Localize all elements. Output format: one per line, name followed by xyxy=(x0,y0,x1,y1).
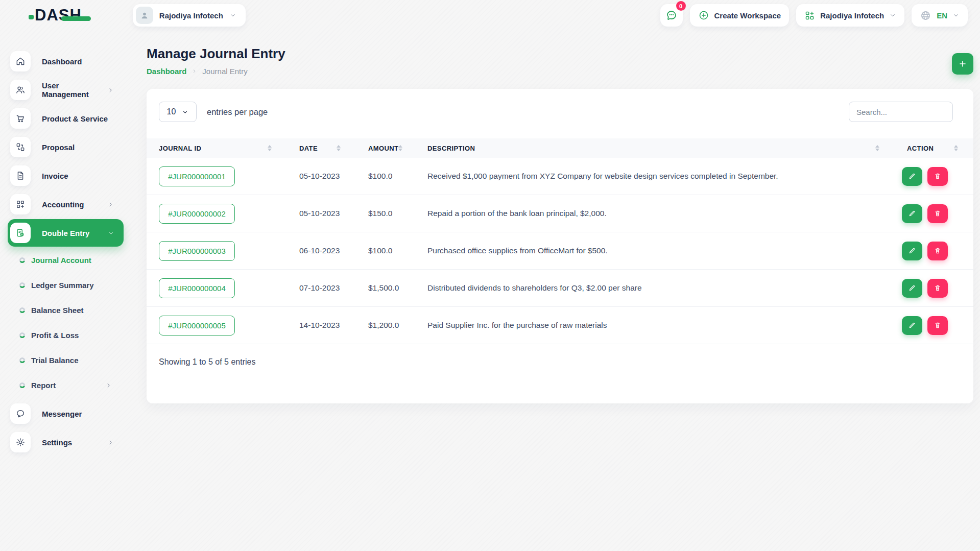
sidebar-subitem-report[interactable]: Report xyxy=(0,373,135,398)
edit-button[interactable] xyxy=(902,316,922,335)
workspace-grid-icon xyxy=(804,10,815,21)
sidebar-subitem-trial-balance[interactable]: Trial Balance xyxy=(0,348,135,373)
delete-button[interactable] xyxy=(927,242,948,260)
edit-button[interactable] xyxy=(902,167,922,186)
breadcrumb-dashboard-link[interactable]: Dashboard xyxy=(147,67,186,76)
sidebar-item-accounting[interactable]: Accounting xyxy=(0,190,135,218)
bullet-icon xyxy=(19,357,25,363)
create-journal-entry-button[interactable] xyxy=(952,53,973,75)
delete-button[interactable] xyxy=(927,204,948,223)
cell-description: Received $1,000 payment from XYZ Company… xyxy=(415,172,895,181)
header-date[interactable]: DATE xyxy=(287,138,356,158)
entries-per-page-label: entries per page xyxy=(207,107,268,117)
trash-icon xyxy=(934,209,942,218)
proposal-grid-icon xyxy=(10,137,31,157)
topbar-right: 0 Create Workspace Rajodiya Infotech EN xyxy=(660,4,968,27)
cell-amount: $100.0 xyxy=(356,172,415,181)
create-workspace-label: Create Workspace xyxy=(714,11,781,20)
sort-icon xyxy=(337,145,341,151)
table-footer: Showing 1 to 5 of 5 entries xyxy=(147,344,973,367)
journal-id-badge[interactable]: #JUR000000001 xyxy=(159,166,235,186)
chevron-right-icon xyxy=(107,439,114,446)
chat-icon xyxy=(665,9,678,21)
globe-icon xyxy=(920,10,931,21)
chevron-down-icon xyxy=(889,12,896,19)
journal-id-badge[interactable]: #JUR000000004 xyxy=(159,278,235,298)
edit-button[interactable] xyxy=(902,279,922,298)
sidebar: Dashboard User Management Product & Serv… xyxy=(0,31,135,457)
breadcrumb-current: Journal Entry xyxy=(202,67,247,76)
cell-date: 14-10-2023 xyxy=(287,321,356,330)
sidebar-item-dashboard[interactable]: Dashboard xyxy=(0,47,135,75)
cell-description: Purchased office supplies from OfficeMar… xyxy=(415,246,895,255)
cell-description: Distributed dividends to shareholders fo… xyxy=(415,283,895,293)
plus-icon xyxy=(958,59,968,69)
sidebar-subitem-ledger-summary[interactable]: Ledger Summary xyxy=(0,273,135,298)
accounting-grid-icon xyxy=(10,194,31,214)
pencil-icon xyxy=(908,321,916,329)
cell-description: Repaid a portion of the bank loan princi… xyxy=(415,209,895,218)
sidebar-item-invoice[interactable]: Invoice xyxy=(0,162,135,189)
table-row: #JUR000000004 07-10-2023 $1,500.0 Distri… xyxy=(147,270,973,307)
profile-menu[interactable]: Rajodiya Infotech xyxy=(133,4,246,27)
table-row: #JUR000000003 06-10-2023 $100.0 Purchase… xyxy=(147,232,973,270)
entries-per-page-select[interactable]: 10 xyxy=(159,102,197,122)
trash-icon xyxy=(934,284,942,292)
pencil-icon xyxy=(908,209,916,218)
delete-button[interactable] xyxy=(927,279,948,298)
pencil-icon xyxy=(908,284,916,292)
table-row: #JUR000000002 05-10-2023 $150.0 Repaid a… xyxy=(147,195,973,232)
chevron-right-icon xyxy=(105,382,112,389)
workspace-menu[interactable]: Rajodiya Infotech xyxy=(796,4,904,27)
cell-date: 05-10-2023 xyxy=(287,209,356,218)
chevron-right-icon xyxy=(107,87,114,93)
edit-button[interactable] xyxy=(902,204,922,223)
sidebar-item-user-management[interactable]: User Management xyxy=(0,76,135,104)
header-action[interactable]: ACTION xyxy=(895,138,973,158)
search-input[interactable] xyxy=(849,102,953,122)
breadcrumb: Dashboard Journal Entry xyxy=(147,67,285,76)
sidebar-item-proposal[interactable]: Proposal xyxy=(0,133,135,161)
logo-text: DASH xyxy=(35,6,82,25)
journal-id-badge[interactable]: #JUR000000002 xyxy=(159,204,235,224)
sort-icon xyxy=(875,145,879,151)
messages-button[interactable]: 0 xyxy=(660,4,683,27)
sidebar-subitem-journal-account[interactable]: Journal Account xyxy=(0,248,135,273)
workspace-name: Rajodiya Infotech xyxy=(820,11,884,20)
journal-id-badge[interactable]: #JUR000000003 xyxy=(159,241,235,261)
edit-button[interactable] xyxy=(902,242,922,260)
delete-button[interactable] xyxy=(927,167,948,186)
sidebar-subitem-balance-sheet[interactable]: Balance Sheet xyxy=(0,298,135,323)
delete-button[interactable] xyxy=(927,316,948,335)
cart-icon xyxy=(10,108,31,129)
double-entry-clipboard-icon xyxy=(10,223,31,243)
cell-amount: $1,500.0 xyxy=(356,283,415,293)
header-amount[interactable]: AMOUNT xyxy=(356,138,415,158)
trash-icon xyxy=(934,247,942,255)
table-row: #JUR000000005 14-10-2023 $1,200.0 Paid S… xyxy=(147,307,973,344)
chevron-right-icon xyxy=(107,201,114,208)
table-row: #JUR000000001 05-10-2023 $100.0 Received… xyxy=(147,158,973,195)
page-title: Manage Journal Entry xyxy=(147,46,285,62)
users-icon xyxy=(10,80,31,100)
header-description[interactable]: DESCRIPTION xyxy=(415,138,895,158)
sidebar-subitem-profit-loss[interactable]: Profit & Loss xyxy=(0,323,135,348)
journal-id-badge[interactable]: #JUR000000005 xyxy=(159,316,235,336)
sidebar-item-messenger[interactable]: Messenger xyxy=(0,400,135,427)
header-journal-id[interactable]: JOURNAL ID xyxy=(147,138,287,158)
cell-date: 07-10-2023 xyxy=(287,283,356,293)
cell-description: Paid Supplier Inc. for the purchase of r… xyxy=(415,321,895,330)
sidebar-item-double-entry[interactable]: Double Entry xyxy=(8,219,124,247)
messages-badge: 0 xyxy=(676,1,686,11)
app-logo[interactable]: DASH xyxy=(29,6,82,25)
sidebar-item-product-service[interactable]: Product & Service xyxy=(0,105,135,132)
bullet-icon xyxy=(19,282,25,288)
create-workspace-button[interactable]: Create Workspace xyxy=(690,4,790,27)
chevron-down-icon xyxy=(108,230,114,236)
language-menu[interactable]: EN xyxy=(912,4,968,27)
sidebar-item-settings[interactable]: Settings xyxy=(0,428,135,456)
invoice-file-icon xyxy=(10,165,31,186)
chevron-down-icon xyxy=(182,109,188,115)
chevron-down-icon xyxy=(952,12,960,19)
journal-entries-table: JOURNAL ID DATE AMOUNT DESCRIPTION xyxy=(147,138,973,344)
